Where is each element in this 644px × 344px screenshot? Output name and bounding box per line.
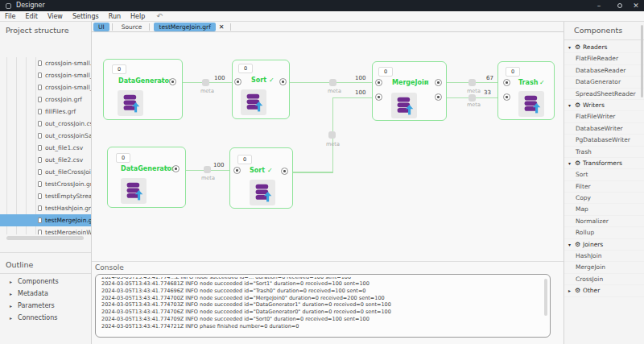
component-item[interactable]: Normalizer <box>564 216 644 227</box>
menu-run[interactable]: Run <box>104 13 126 20</box>
tab-source[interactable]: Source <box>117 23 147 31</box>
node-title: MergeJoin <box>392 79 428 86</box>
tree-item-selected[interactable]: testMergeJoin.grf <box>0 214 92 226</box>
component-section-other[interactable]: ▸⚙Other <box>564 285 644 296</box>
file-icon <box>38 230 42 235</box>
node-mergejoin0[interactable]: 0 MergeJoin ✓ <box>372 61 447 121</box>
component-item[interactable]: DatabaseReader <box>564 65 644 77</box>
component-item[interactable]: Map <box>564 204 644 215</box>
tree-item[interactable]: crossJoin-small.gr <box>0 57 92 69</box>
component-item[interactable]: Filter <box>564 181 644 193</box>
menu-settings[interactable]: Settings <box>68 13 104 20</box>
components-title: Components <box>574 26 622 35</box>
tree-item[interactable]: out_file2.csv <box>0 154 92 166</box>
node-trash0[interactable]: 0 Trash ✓ <box>497 61 555 120</box>
project-file-tree[interactable]: crossJoin-small.gr crossJoin-small_in cr… <box>0 57 92 234</box>
component-item[interactable]: FlatFileReader <box>564 53 644 64</box>
file-icon <box>38 181 42 187</box>
component-section-readers[interactable]: ▾⚙Readers <box>564 42 644 53</box>
component-item[interactable]: Copy <box>564 193 644 204</box>
output-port[interactable] <box>435 93 442 101</box>
tree-item[interactable]: crossJoin.grf <box>0 93 92 106</box>
component-item[interactable]: Rollup <box>564 227 644 238</box>
outline-item-connections[interactable]: ▸Connections <box>0 312 92 324</box>
tree-item[interactable]: testCrossJoin.grf <box>0 178 92 190</box>
components-divider <box>564 39 644 40</box>
input-port[interactable] <box>503 79 510 86</box>
component-section-transformers[interactable]: ▾⚙Transformers <box>564 158 644 169</box>
tree-item[interactable]: out_file1.csv <box>0 142 92 154</box>
output-port[interactable] <box>281 168 288 175</box>
menu-edit[interactable]: Edit <box>20 13 43 20</box>
tree-item[interactable]: fillFiles.grf <box>0 106 92 118</box>
chevron-down-icon: ▾ <box>568 158 571 169</box>
input-port[interactable] <box>233 167 241 174</box>
success-check-icon: ✓ <box>424 79 430 86</box>
input-port[interactable] <box>375 79 382 86</box>
edge-meta-handle[interactable] <box>329 79 336 86</box>
console-line: 2024-03-05T13:43:41.774706Z INFO node su… <box>101 309 536 316</box>
node-sort1[interactable]: 0 Sort ✓ <box>232 60 290 119</box>
close-button[interactable]: ✕ <box>630 1 642 10</box>
input-port[interactable] <box>375 93 382 101</box>
component-item[interactable]: PgDatabaseWriter <box>564 135 644 146</box>
console-panel[interactable]: 2024-03-05T13:43:41.774…Z INFO node succ… <box>95 274 551 338</box>
console-scrollbar[interactable] <box>544 279 547 316</box>
tab-ui[interactable]: UI <box>93 23 109 31</box>
component-item[interactable]: SpreadSheetReader <box>564 89 644 100</box>
input-port[interactable] <box>503 93 510 101</box>
node-datagenerator0[interactable]: 0 DataGenerator ✓ <box>103 59 183 120</box>
component-section-writers[interactable]: ▾⚙Writers <box>564 100 644 111</box>
output-port[interactable] <box>279 78 287 85</box>
edge-meta-handle[interactable] <box>469 79 476 86</box>
database-icon <box>118 90 143 116</box>
component-item[interactable]: DatabaseWriter <box>564 123 644 135</box>
graph-canvas[interactable]: meta 100 meta 100 meta 100 meta 67 meta … <box>92 32 564 261</box>
tree-item[interactable]: crossJoin-small_o <box>0 81 92 93</box>
tree-item[interactable]: out_crossJoinSave <box>0 130 92 142</box>
component-item[interactable]: HashJoin <box>564 251 644 262</box>
output-port[interactable] <box>169 78 176 85</box>
components-scrollbar[interactable] <box>641 25 643 97</box>
edge-meta-handle[interactable] <box>202 79 209 86</box>
node-sort0[interactable]: 0 Sort ✓ <box>229 147 293 209</box>
output-port[interactable] <box>435 79 442 86</box>
component-item[interactable]: MergeJoin <box>564 262 644 273</box>
tree-item[interactable]: testEmptyStream <box>0 190 92 202</box>
outline-item-metadata[interactable]: ▸Metadata <box>0 288 92 300</box>
edge-meta-label: meta <box>201 175 215 181</box>
input-port[interactable] <box>234 78 242 85</box>
menu-view[interactable]: View <box>43 13 68 20</box>
component-item[interactable]: DataGenerator <box>564 77 644 88</box>
outline-item-parameters[interactable]: ▸Parameters <box>0 300 92 312</box>
output-port[interactable] <box>172 165 180 172</box>
component-item[interactable]: CrossJoin <box>564 274 644 285</box>
edge-meta-handle[interactable] <box>469 94 476 102</box>
console-title: Console <box>95 263 124 271</box>
tree-item[interactable]: crossJoin-small_in <box>0 69 92 81</box>
tree-item[interactable]: out_fileCrossJoin. <box>0 166 92 178</box>
node-datagenerator1[interactable]: 0 DataGenerator ✓ <box>107 147 186 208</box>
tree-item[interactable]: testHashJoin.grf <box>0 202 92 214</box>
outline-item-components[interactable]: ▸Components <box>0 276 92 288</box>
edge-meta-handle[interactable] <box>204 166 211 173</box>
chevron-right-icon: ▸ <box>10 288 12 300</box>
component-section-joiners[interactable]: ▾⚙Joiners <box>564 239 644 251</box>
component-item[interactable]: Trash <box>564 147 644 158</box>
menu-file[interactable]: File <box>0 13 20 20</box>
component-item[interactable]: FlatFileWriter <box>564 111 644 122</box>
maximize-button[interactable] <box>613 1 626 10</box>
node-title: Sort <box>251 77 266 84</box>
component-item[interactable]: Sort <box>564 169 644 180</box>
edge-meta-handle[interactable] <box>328 131 336 139</box>
console-line: 2024-03-05T13:43:41.774681Z INFO node su… <box>101 280 536 288</box>
file-icon <box>38 205 42 211</box>
tab-graph[interactable]: testMergeJoin.grf <box>154 23 215 31</box>
tree-item[interactable]: out_crossJoin.csv <box>0 118 92 130</box>
menu-help[interactable]: Help <box>126 13 150 20</box>
undo-icon[interactable]: ↶ <box>150 12 163 20</box>
tab-close-icon[interactable]: ✕ <box>216 23 228 31</box>
minimize-button[interactable]: – <box>592 1 605 10</box>
tree-horizontal-scrollbar[interactable] <box>6 236 84 240</box>
tree-item[interactable]: testMergejoinWit <box>0 226 92 234</box>
